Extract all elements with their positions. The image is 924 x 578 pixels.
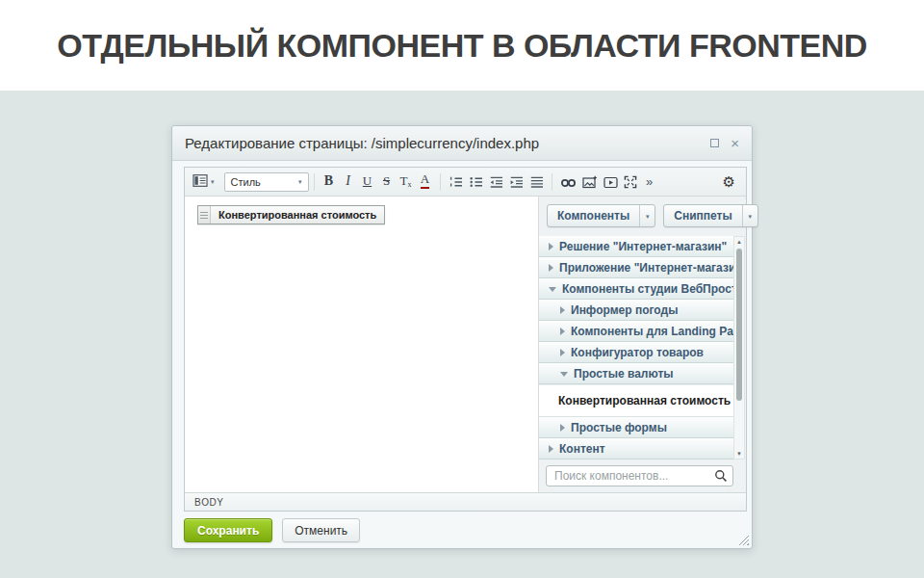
image-icon <box>582 175 598 189</box>
italic-button[interactable]: I <box>339 171 358 193</box>
tree-item-label: Простые валюты <box>574 367 674 381</box>
maximize-button[interactable] <box>710 139 719 147</box>
scroll-up-icon[interactable]: ▲ <box>734 237 744 247</box>
underline-button[interactable]: U <box>358 171 377 193</box>
edit-page-dialog: Редактирование страницы: /simplecurrency… <box>171 125 753 549</box>
component-block-label: Конвертированная стоимость <box>211 206 384 223</box>
chevron-right-icon[interactable] <box>560 328 565 335</box>
component-search-input[interactable] <box>546 465 733 486</box>
scroll-down-icon[interactable]: ▼ <box>734 449 744 459</box>
tree-item[interactable]: Компоненты студии ВебПростор <box>539 278 734 300</box>
components-panel: Компоненты▾Сниппеты▾ Решение "Интернет-м… <box>539 197 746 492</box>
remove-format-button[interactable]: Tx <box>397 171 416 193</box>
tree-item-label: Компоненты студии ВебПростор <box>562 282 734 296</box>
page-title: ОТДЕЛЬНЫЙ КОМПОНЕНТ В ОБЛАСТИ FRONTEND <box>57 27 867 65</box>
toolbar-separator <box>314 173 315 191</box>
chevron-right-icon[interactable] <box>560 424 565 432</box>
page: ОТДЕЛЬНЫЙ КОМПОНЕНТ В ОБЛАСТИ FRONTEND Р… <box>0 0 924 578</box>
editor-frame: ▾ Стиль ▾ BIUSTxA <box>184 167 747 512</box>
justify-button[interactable] <box>526 171 547 193</box>
tree-item[interactable]: Компоненты для Landing Page <box>539 321 734 342</box>
chevron-right-icon[interactable] <box>549 445 553 453</box>
tree-item[interactable]: Информер погоды <box>539 300 734 321</box>
drag-handle-icon[interactable] <box>198 206 211 223</box>
chevron-right-icon[interactable] <box>549 264 553 272</box>
maximize-icon <box>710 139 719 147</box>
video-button[interactable] <box>601 171 621 193</box>
tree-item-label: Приложение "Интернет-магазин" <box>559 261 734 275</box>
fullscreen-button[interactable] <box>621 171 640 193</box>
chevron-right-icon[interactable] <box>549 243 553 250</box>
strikethrough-button[interactable]: S <box>377 171 397 193</box>
editor-content-row: Конвертированная стоимость Компоненты▾Сн… <box>185 197 746 492</box>
editor-toolbar: ▾ Стиль ▾ BIUSTxA <box>185 168 746 197</box>
tab-snippets[interactable]: Сниппеты▾ <box>663 204 757 227</box>
chevron-down-icon[interactable]: ▾ <box>639 205 654 226</box>
cancel-button[interactable]: Отменить <box>282 518 360 542</box>
dialog-title: Редактирование страницы: /simplecurrency… <box>185 135 699 151</box>
bold-button[interactable]: B <box>320 171 339 193</box>
tree-item[interactable]: Контент <box>539 438 734 460</box>
fullscreen-icon <box>624 175 637 189</box>
panel-tabs: Компоненты▾Сниппеты▾ <box>547 204 758 227</box>
style-select-value: Стиль <box>231 176 261 188</box>
element-path-label: BODY <box>194 497 223 508</box>
component-block[interactable]: Конвертированная стоимость <box>197 205 385 224</box>
tree-item-label: Конвертированная стоимость <box>558 394 731 407</box>
search-icon[interactable] <box>714 469 728 483</box>
components-panel-toggle-button[interactable]: ▾ <box>191 174 217 190</box>
resize-grip[interactable] <box>738 535 749 545</box>
save-button[interactable]: Сохранить <box>184 518 272 542</box>
tree-item-label: Решение "Интернет-магазин" <box>559 240 727 253</box>
close-button[interactable]: × <box>731 136 739 150</box>
more-tools-button[interactable]: » <box>640 171 659 193</box>
dialog-buttons: Сохранить Отменить <box>184 518 360 542</box>
chevron-down-icon[interactable]: ▾ <box>742 205 757 226</box>
video-icon <box>603 176 618 189</box>
component-tree: Решение "Интернет-магазин"Приложение "Ин… <box>539 236 734 460</box>
editor-canvas[interactable]: Конвертированная стоимость <box>185 197 539 492</box>
bullet-list-button[interactable] <box>466 171 486 193</box>
hero-banner: ОТДЕЛЬНЫЙ КОМПОНЕНТ В ОБЛАСТИ FRONTEND <box>0 0 924 91</box>
chevron-down-icon: ▾ <box>298 178 302 185</box>
image-button[interactable] <box>579 171 601 193</box>
toolbar-separator <box>552 173 552 191</box>
tree-item-label: Простые формы <box>571 421 667 434</box>
link-icon <box>560 177 577 189</box>
indent-button[interactable] <box>506 171 526 193</box>
close-icon: × <box>731 136 739 150</box>
tree-item-label: Информер погоды <box>571 303 678 317</box>
more-chevron-icon: » <box>646 174 653 189</box>
tree-item[interactable]: Простые формы <box>539 417 734 438</box>
tree-item-selected[interactable]: Конвертированная стоимость <box>539 384 734 417</box>
toolbar-separator <box>440 173 441 191</box>
tree-item[interactable]: Решение "Интернет-магазин" <box>539 236 734 257</box>
element-path-bar[interactable]: BODY <box>185 492 746 511</box>
tree-item-label: Компоненты для Landing Page <box>571 325 734 338</box>
stage-background: Редактирование страницы: /simplecurrency… <box>0 91 924 578</box>
tab-components[interactable]: Компоненты▾ <box>547 204 655 227</box>
style-select[interactable]: Стиль ▾ <box>224 172 309 192</box>
chevron-down-icon[interactable] <box>560 372 568 377</box>
tree-item-label: Конфигуратор товаров <box>571 346 704 359</box>
bullet-list-icon <box>469 175 483 189</box>
link-button[interactable] <box>557 171 579 193</box>
justify-icon <box>529 175 544 189</box>
tree-scrollbar[interactable]: ▲ ▼ <box>733 236 745 460</box>
tree-item[interactable]: Простые валюты <box>539 363 734 384</box>
chevron-right-icon[interactable] <box>560 306 565 314</box>
tree-item-label: Контент <box>559 442 605 456</box>
chevron-down-icon[interactable] <box>549 287 556 292</box>
ordered-list-button[interactable] <box>446 171 466 193</box>
tree-item[interactable]: Приложение "Интернет-магазин" <box>539 257 734 278</box>
chevron-right-icon[interactable] <box>560 349 565 356</box>
gear-icon: ⚙ <box>723 173 735 190</box>
settings-button[interactable]: ⚙ <box>723 174 737 189</box>
tree-item[interactable]: Конфигуратор товаров <box>539 342 734 363</box>
text-color-button[interactable]: A <box>416 171 435 193</box>
format-buttons: BIUSTxA <box>320 171 435 193</box>
dialog-titlebar[interactable]: Редактирование страницы: /simplecurrency… <box>172 126 752 161</box>
outdent-button[interactable] <box>486 171 506 193</box>
scrollbar-thumb[interactable] <box>736 249 742 401</box>
component-search <box>546 465 733 486</box>
